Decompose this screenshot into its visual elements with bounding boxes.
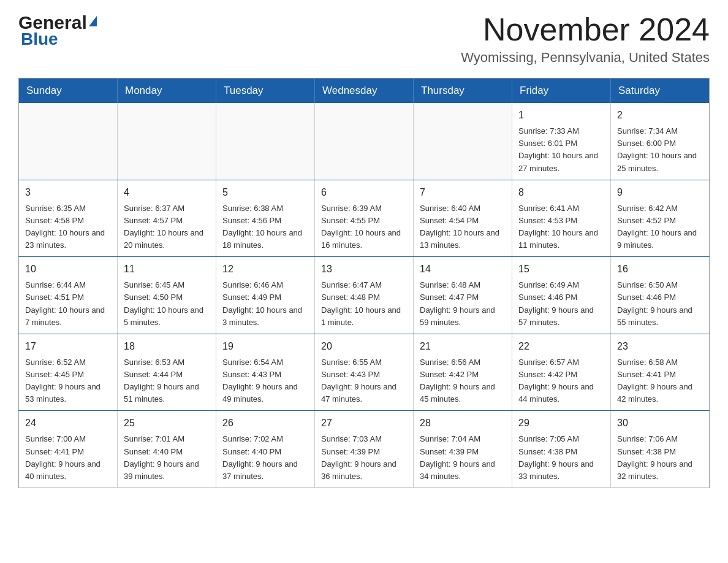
calendar-cell: 6Sunrise: 6:39 AMSunset: 4:55 PMDaylight… [315,180,414,257]
day-info: Sunrise: 6:55 AMSunset: 4:43 PMDaylight:… [321,356,407,406]
calendar-cell: 15Sunrise: 6:49 AMSunset: 4:46 PMDayligh… [512,257,611,334]
day-number: 1 [518,108,604,123]
day-info: Sunrise: 6:56 AMSunset: 4:42 PMDaylight:… [420,356,506,406]
day-number: 19 [222,339,308,354]
calendar-cell: 4Sunrise: 6:37 AMSunset: 4:57 PMDaylight… [118,180,216,257]
calendar-cell: 26Sunrise: 7:02 AMSunset: 4:40 PMDayligh… [216,411,315,488]
logo-triangle-icon [89,16,97,26]
calendar-cell: 10Sunrise: 6:44 AMSunset: 4:51 PMDayligh… [19,257,118,334]
calendar-cell: 30Sunrise: 7:06 AMSunset: 4:38 PMDayligh… [611,411,710,488]
day-number: 12 [222,262,308,277]
day-info: Sunrise: 6:39 AMSunset: 4:55 PMDaylight:… [321,202,407,252]
day-number: 16 [617,262,703,277]
calendar-cell: 11Sunrise: 6:45 AMSunset: 4:50 PMDayligh… [118,257,216,334]
day-number: 27 [321,416,407,431]
day-number: 24 [25,416,111,431]
day-number: 8 [518,185,604,200]
calendar-table: SundayMondayTuesdayWednesdayThursdayFrid… [18,78,710,488]
page-header: General Blue November 2024 Wyomissing, P… [18,12,710,66]
day-info: Sunrise: 6:49 AMSunset: 4:46 PMDaylight:… [518,279,604,329]
calendar-cell: 7Sunrise: 6:40 AMSunset: 4:54 PMDaylight… [414,180,512,257]
calendar-cell: 28Sunrise: 7:04 AMSunset: 4:39 PMDayligh… [414,411,512,488]
calendar-cell [414,103,512,180]
calendar-week-1: 1Sunrise: 7:33 AMSunset: 6:01 PMDaylight… [19,103,710,180]
calendar-cell: 14Sunrise: 6:48 AMSunset: 4:47 PMDayligh… [414,257,512,334]
day-number: 26 [222,416,308,431]
calendar-cell: 18Sunrise: 6:53 AMSunset: 4:44 PMDayligh… [118,334,216,411]
day-info: Sunrise: 7:02 AMSunset: 4:40 PMDaylight:… [222,433,308,483]
day-info: Sunrise: 6:52 AMSunset: 4:45 PMDaylight:… [25,356,111,406]
calendar-cell: 22Sunrise: 6:57 AMSunset: 4:42 PMDayligh… [512,334,611,411]
day-number: 25 [124,416,210,431]
calendar-cell: 13Sunrise: 6:47 AMSunset: 4:48 PMDayligh… [315,257,414,334]
day-number: 7 [420,185,506,200]
day-info: Sunrise: 6:37 AMSunset: 4:57 PMDaylight:… [124,202,210,252]
day-number: 18 [124,339,210,354]
calendar-cell: 23Sunrise: 6:58 AMSunset: 4:41 PMDayligh… [611,334,710,411]
day-info: Sunrise: 6:35 AMSunset: 4:58 PMDaylight:… [25,202,111,252]
day-number: 30 [617,416,703,431]
calendar-cell: 12Sunrise: 6:46 AMSunset: 4:49 PMDayligh… [216,257,315,334]
calendar-header-tuesday: Tuesday [216,79,315,104]
calendar-cell: 25Sunrise: 7:01 AMSunset: 4:40 PMDayligh… [118,411,216,488]
calendar-cell: 21Sunrise: 6:56 AMSunset: 4:42 PMDayligh… [414,334,512,411]
day-number: 13 [321,262,407,277]
day-number: 17 [25,339,111,354]
month-title: November 2024 [461,12,710,47]
day-info: Sunrise: 7:04 AMSunset: 4:39 PMDaylight:… [420,433,506,483]
day-info: Sunrise: 6:58 AMSunset: 4:41 PMDaylight:… [617,356,703,406]
day-number: 5 [222,185,308,200]
day-info: Sunrise: 6:48 AMSunset: 4:47 PMDaylight:… [420,279,506,329]
day-info: Sunrise: 6:54 AMSunset: 4:43 PMDaylight:… [222,356,308,406]
calendar-cell: 17Sunrise: 6:52 AMSunset: 4:45 PMDayligh… [19,334,118,411]
calendar-cell [315,103,414,180]
calendar-cell: 20Sunrise: 6:55 AMSunset: 4:43 PMDayligh… [315,334,414,411]
calendar-cell: 29Sunrise: 7:05 AMSunset: 4:38 PMDayligh… [512,411,611,488]
day-info: Sunrise: 6:40 AMSunset: 4:54 PMDaylight:… [420,202,506,252]
day-info: Sunrise: 6:46 AMSunset: 4:49 PMDaylight:… [222,279,308,329]
calendar-header-wednesday: Wednesday [315,79,414,104]
calendar-week-2: 3Sunrise: 6:35 AMSunset: 4:58 PMDaylight… [19,180,710,257]
day-number: 23 [617,339,703,354]
day-number: 6 [321,185,407,200]
day-number: 14 [420,262,506,277]
calendar-cell [216,103,315,180]
calendar-cell: 16Sunrise: 6:50 AMSunset: 4:46 PMDayligh… [611,257,710,334]
day-info: Sunrise: 6:41 AMSunset: 4:53 PMDaylight:… [518,202,604,252]
calendar-header-row: SundayMondayTuesdayWednesdayThursdayFrid… [19,79,710,104]
day-info: Sunrise: 6:45 AMSunset: 4:50 PMDaylight:… [124,279,210,329]
day-info: Sunrise: 6:50 AMSunset: 4:46 PMDaylight:… [617,279,703,329]
calendar-cell: 5Sunrise: 6:38 AMSunset: 4:56 PMDaylight… [216,180,315,257]
day-info: Sunrise: 7:05 AMSunset: 4:38 PMDaylight:… [518,433,604,483]
day-info: Sunrise: 7:06 AMSunset: 4:38 PMDaylight:… [617,433,703,483]
calendar-cell: 19Sunrise: 6:54 AMSunset: 4:43 PMDayligh… [216,334,315,411]
day-info: Sunrise: 7:00 AMSunset: 4:41 PMDaylight:… [25,433,111,483]
calendar-week-3: 10Sunrise: 6:44 AMSunset: 4:51 PMDayligh… [19,257,710,334]
calendar-cell: 3Sunrise: 6:35 AMSunset: 4:58 PMDaylight… [19,180,118,257]
calendar-cell: 8Sunrise: 6:41 AMSunset: 4:53 PMDaylight… [512,180,611,257]
day-number: 29 [518,416,604,431]
calendar-header-sunday: Sunday [19,79,118,104]
calendar-cell [19,103,118,180]
day-info: Sunrise: 6:42 AMSunset: 4:52 PMDaylight:… [617,202,703,252]
day-info: Sunrise: 7:03 AMSunset: 4:39 PMDaylight:… [321,433,407,483]
day-info: Sunrise: 7:34 AMSunset: 6:00 PMDaylight:… [617,125,703,175]
day-info: Sunrise: 6:57 AMSunset: 4:42 PMDaylight:… [518,356,604,406]
day-number: 20 [321,339,407,354]
calendar-header-monday: Monday [118,79,216,104]
day-info: Sunrise: 6:53 AMSunset: 4:44 PMDaylight:… [124,356,210,406]
calendar-week-4: 17Sunrise: 6:52 AMSunset: 4:45 PMDayligh… [19,334,710,411]
day-number: 9 [617,185,703,200]
day-number: 4 [124,185,210,200]
calendar-cell: 24Sunrise: 7:00 AMSunset: 4:41 PMDayligh… [19,411,118,488]
title-section: November 2024 Wyomissing, Pennsylvania, … [461,12,710,66]
day-info: Sunrise: 7:33 AMSunset: 6:01 PMDaylight:… [518,125,604,175]
calendar-cell: 27Sunrise: 7:03 AMSunset: 4:39 PMDayligh… [315,411,414,488]
calendar-cell: 1Sunrise: 7:33 AMSunset: 6:01 PMDaylight… [512,103,611,180]
logo-blue-text: Blue [18,30,97,49]
calendar-week-5: 24Sunrise: 7:00 AMSunset: 4:41 PMDayligh… [19,411,710,488]
day-info: Sunrise: 6:47 AMSunset: 4:48 PMDaylight:… [321,279,407,329]
day-number: 28 [420,416,506,431]
location-title: Wyomissing, Pennsylvania, United States [461,50,710,66]
day-number: 15 [518,262,604,277]
